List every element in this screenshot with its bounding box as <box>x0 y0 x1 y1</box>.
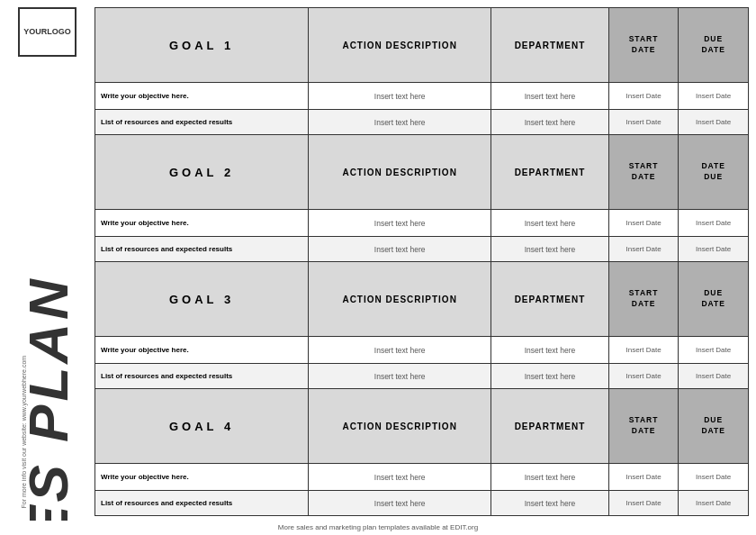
goal-1-header: GOAL 1 ACTION DESCRIPTION DEPARTMENT STA… <box>95 8 749 83</box>
goal-3-obj-dept: Insert text here <box>491 337 609 364</box>
goal-2-label: GOAL 2 <box>95 135 309 210</box>
goal-1-obj-label: Write your objective here. <box>95 83 309 110</box>
goal-4-obj-label: Write your objective here. <box>95 464 309 491</box>
table-area: GOAL 1 ACTION DESCRIPTION DEPARTMENT STA… <box>94 0 756 521</box>
goal-1-res-action: Insert text here <box>309 110 491 135</box>
goal-2-res-action: Insert text here <box>309 237 491 262</box>
goal-2-header: GOAL 2 ACTION DESCRIPTION DEPARTMENT STA… <box>95 135 749 210</box>
goal-3-obj-due: Insert Date <box>679 337 749 364</box>
goal-3-header: GOAL 3 ACTION DESCRIPTION DEPARTMENT STA… <box>95 262 749 337</box>
goal-4-start-header: STARTDATE <box>608 389 679 464</box>
goal-1-obj-start: Insert Date <box>608 83 679 110</box>
goal-2-action-header: ACTION DESCRIPTION <box>309 135 491 210</box>
goal-2-obj-label: Write your objective here. <box>95 210 309 237</box>
sidebar: YOUR LOGO SALES PLAN For more info visit… <box>0 0 94 521</box>
goal-4-obj-action: Insert text here <box>309 464 491 491</box>
logo-text: YOUR <box>23 27 47 37</box>
goal-4-res-due: Insert Date <box>679 491 749 516</box>
goal-1-label: GOAL 1 <box>95 8 309 83</box>
goal-1-res-row: List of resources and expected results I… <box>95 110 749 135</box>
goal-3-res-label: List of resources and expected results <box>95 364 309 389</box>
goal-3-res-action: Insert text here <box>309 364 491 389</box>
goal-2-dept-header: DEPARTMENT <box>491 135 609 210</box>
goal-4-obj-due: Insert Date <box>679 464 749 491</box>
goal-3-start-header: STARTDATE <box>608 262 679 337</box>
sales-plan-table: GOAL 1 ACTION DESCRIPTION DEPARTMENT STA… <box>94 7 749 516</box>
page: YOUR LOGO SALES PLAN For more info visit… <box>0 0 756 535</box>
goal-1-action-header: ACTION DESCRIPTION <box>309 8 491 83</box>
goal-4-obj-start: Insert Date <box>608 464 679 491</box>
goal-3-obj-label: Write your objective here. <box>95 337 309 364</box>
goal-2-obj-dept: Insert text here <box>491 210 609 237</box>
goal-3-obj-action: Insert text here <box>309 337 491 364</box>
goal-4-label: GOAL 4 <box>95 389 309 464</box>
goal-4-res-label: List of resources and expected results <box>95 491 309 516</box>
goal-3-res-start: Insert Date <box>608 364 679 389</box>
goal-4-obj-dept: Insert text here <box>491 464 609 491</box>
goal-4-action-header: ACTION DESCRIPTION <box>309 389 491 464</box>
goal-3-obj-start: Insert Date <box>608 337 679 364</box>
goal-2-res-row: List of resources and expected results I… <box>95 237 749 262</box>
goal-1-res-dept: Insert text here <box>491 110 609 135</box>
goal-1-start-header: STARTDATE <box>608 8 679 83</box>
goal-2-due-header: DATEDUE <box>679 135 749 210</box>
goal-3-obj-row: Write your objective here. Insert text h… <box>95 337 749 364</box>
goal-1-res-start: Insert Date <box>608 110 679 135</box>
goal-3-res-due: Insert Date <box>679 364 749 389</box>
goal-3-res-row: List of resources and expected results I… <box>95 364 749 389</box>
goal-3-res-dept: Insert text here <box>491 364 609 389</box>
footer-text: More sales and marketing plan templates … <box>278 523 478 531</box>
goal-2-obj-row: Write your objective here. Insert text h… <box>95 210 749 237</box>
goal-4-res-start: Insert Date <box>608 491 679 516</box>
website-label: For more info visit our website: www.you… <box>21 356 27 509</box>
goal-4-due-header: DUEDATE <box>679 389 749 464</box>
goal-2-res-start: Insert Date <box>608 237 679 262</box>
goal-1-dept-header: DEPARTMENT <box>491 8 609 83</box>
goal-1-res-due: Insert Date <box>679 110 749 135</box>
goal-2-obj-due: Insert Date <box>679 210 749 237</box>
goal-2-res-label: List of resources and expected results <box>95 237 309 262</box>
logo-box: YOUR LOGO <box>18 7 76 57</box>
goal-4-dept-header: DEPARTMENT <box>491 389 609 464</box>
goal-1-due-header: DUEDATE <box>679 8 749 83</box>
logo-text2: LOGO <box>47 27 71 37</box>
goal-4-res-row: List of resources and expected results I… <box>95 491 749 516</box>
goal-1-res-label: List of resources and expected results <box>95 110 309 135</box>
goal-1-obj-row: Write your objective here. Insert text h… <box>95 83 749 110</box>
goal-4-res-action: Insert text here <box>309 491 491 516</box>
goal-3-due-header: DUEDATE <box>679 262 749 337</box>
goal-3-label: GOAL 3 <box>95 262 309 337</box>
goal-2-res-dept: Insert text here <box>491 237 609 262</box>
goal-4-header: GOAL 4 ACTION DESCRIPTION DEPARTMENT STA… <box>95 389 749 464</box>
goal-2-start-header: STARTDATE <box>608 135 679 210</box>
goal-1-obj-due: Insert Date <box>679 83 749 110</box>
goal-4-res-dept: Insert text here <box>491 491 609 516</box>
main-content: YOUR LOGO SALES PLAN For more info visit… <box>0 0 756 521</box>
footer: More sales and marketing plan templates … <box>0 521 756 535</box>
goal-2-res-due: Insert Date <box>679 237 749 262</box>
goal-1-obj-dept: Insert text here <box>491 83 609 110</box>
goal-2-obj-action: Insert text here <box>309 210 491 237</box>
goal-2-obj-start: Insert Date <box>608 210 679 237</box>
goal-3-action-header: ACTION DESCRIPTION <box>309 262 491 337</box>
goal-1-obj-action: Insert text here <box>309 83 491 110</box>
goal-4-obj-row: Write your objective here. Insert text h… <box>95 464 749 491</box>
goal-3-dept-header: DEPARTMENT <box>491 262 609 337</box>
